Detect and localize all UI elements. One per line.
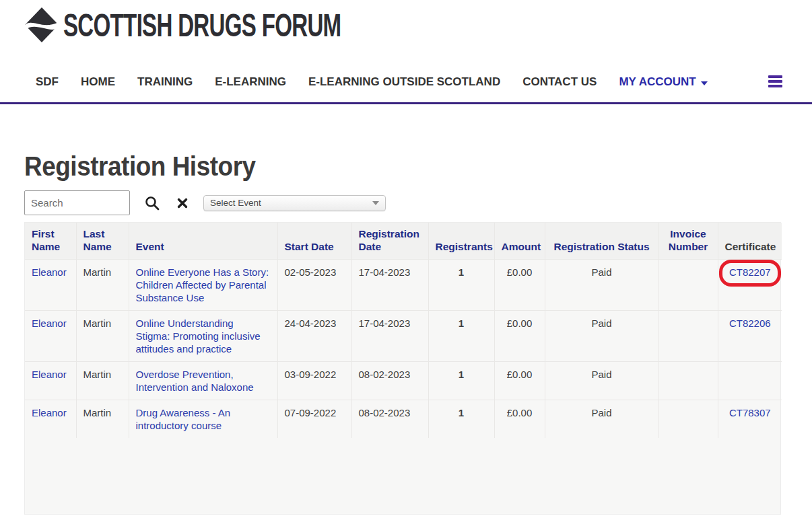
select-event-dropdown[interactable]: Select Event (203, 195, 386, 211)
page-title: Registration History (24, 151, 256, 182)
col-header-registration-date[interactable]: Registration Date (351, 223, 428, 259)
chevron-down-icon (372, 201, 379, 205)
status-cell: Paid (545, 400, 658, 438)
col-header-registration-status[interactable]: Registration Status (545, 223, 658, 259)
amount-cell: £0.00 (494, 400, 545, 438)
table-header-row: First Name Last Name Event Start Date Re… (25, 223, 782, 259)
col-header-event[interactable]: Event (129, 223, 277, 259)
nav-item-elearning-outside-scotland[interactable]: E-LEARNING OUTSIDE SCOTLAND (308, 75, 500, 89)
registrants-cell: 1 (428, 259, 494, 310)
registrants-cell: 1 (428, 400, 494, 438)
registration-date-cell: 08-02-2023 (351, 400, 428, 438)
table-row: Eleanor Martin Overdose Prevention, Inte… (25, 361, 782, 400)
x-mark-icon (177, 198, 188, 209)
col-header-registrants[interactable]: Registrants (428, 223, 494, 259)
registration-date-cell: 17-04-2023 (351, 310, 428, 361)
event-link[interactable]: Overdose Prevention, Intervention and Na… (136, 369, 254, 393)
table-row: Eleanor Martin Drug Awareness - An intro… (25, 400, 782, 438)
last-name-cell: Martin (76, 259, 129, 310)
last-name-cell: Martin (76, 310, 129, 361)
status-cell: Paid (545, 310, 658, 361)
registration-date-cell: 17-04-2023 (351, 259, 428, 310)
brand-logo[interactable]: SCOTTISH DRUGS FORUM (24, 5, 449, 44)
nav-item-elearning[interactable]: E-LEARNING (215, 75, 286, 89)
sdf-diamond-icon (24, 7, 59, 43)
status-cell: Paid (545, 361, 658, 400)
nav-item-sdf[interactable]: SDF (36, 75, 59, 89)
amount-cell: £0.00 (494, 259, 545, 310)
col-header-first-name[interactable]: First Name (25, 223, 76, 259)
col-header-last-name[interactable]: Last Name (76, 223, 129, 259)
first-name-link[interactable]: Eleanor (32, 369, 67, 380)
nav-item-my-account[interactable]: MY ACCOUNT (619, 75, 707, 89)
certificate-link[interactable]: CT78307 (729, 407, 771, 418)
table-row: Eleanor Martin Online Everyone Has a Sto… (25, 259, 782, 310)
start-date-cell: 03-09-2022 (277, 361, 351, 400)
registration-history-table-container: First Name Last Name Event Start Date Re… (24, 222, 781, 515)
first-name-link[interactable]: Eleanor (32, 318, 67, 329)
invoice-number-cell (658, 400, 718, 438)
col-header-invoice-number[interactable]: Invoice Number (658, 223, 718, 259)
start-date-cell: 02-05-2023 (277, 259, 351, 310)
col-header-amount[interactable]: Amount (494, 223, 545, 259)
invoice-number-cell (658, 361, 718, 400)
event-link[interactable]: Online Understanding Stigma: Promoting i… (136, 318, 261, 355)
site-header: SCOTTISH DRUGS FORUM (0, 0, 812, 62)
status-cell: Paid (545, 259, 658, 310)
start-date-cell: 24-04-2023 (277, 310, 351, 361)
registration-date-cell: 08-02-2023 (351, 361, 428, 400)
invoice-number-cell (658, 259, 718, 310)
clear-search-button[interactable] (174, 195, 191, 211)
first-name-link[interactable]: Eleanor (32, 407, 67, 418)
table-controls: Select Event (24, 190, 386, 215)
amount-cell: £0.00 (494, 361, 545, 400)
certificate-cell (718, 361, 782, 400)
col-header-start-date[interactable]: Start Date (277, 223, 351, 259)
registrants-cell: 1 (428, 361, 494, 400)
table-row: Eleanor Martin Online Understanding Stig… (25, 310, 782, 361)
search-button[interactable] (144, 195, 160, 211)
caret-down-icon (701, 81, 708, 85)
select-event-value: Select Event (210, 198, 261, 208)
last-name-cell: Martin (76, 361, 129, 400)
brand-title: SCOTTISH DRUGS FORUM (63, 6, 341, 44)
first-name-link[interactable]: Eleanor (32, 266, 67, 278)
main-navigation: SDF HOME TRAINING E-LEARNING E-LEARNING … (0, 62, 812, 104)
certificate-link[interactable]: CT82207 (729, 266, 771, 278)
my-account-label: MY ACCOUNT (619, 75, 696, 89)
certificate-link[interactable]: CT82206 (729, 318, 771, 329)
start-date-cell: 07-09-2022 (277, 400, 351, 438)
magnifier-icon (145, 196, 160, 211)
last-name-cell: Martin (76, 400, 129, 438)
col-header-certificate: Certificate (718, 223, 782, 259)
nav-item-contact-us[interactable]: CONTACT US (522, 75, 597, 89)
nav-item-training[interactable]: TRAINING (137, 75, 193, 89)
amount-cell: £0.00 (494, 310, 545, 361)
search-input[interactable] (24, 190, 130, 215)
event-link[interactable]: Online Everyone Has a Story: Children Af… (136, 266, 269, 303)
event-link[interactable]: Drug Awareness - An introductory course (136, 407, 231, 431)
registrants-cell: 1 (428, 310, 494, 361)
registration-history-table: First Name Last Name Event Start Date Re… (25, 223, 782, 438)
invoice-number-cell (658, 310, 718, 361)
nav-item-home[interactable]: HOME (81, 75, 115, 89)
hamburger-menu-icon[interactable] (768, 75, 782, 89)
